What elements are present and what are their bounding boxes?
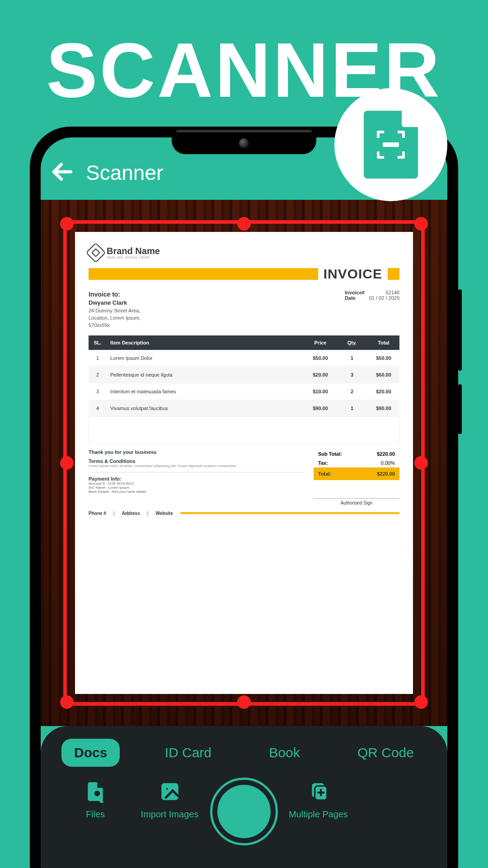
cell-qty: 1 (336, 350, 368, 367)
cell-desc: Lorem Ipsum Dolor (107, 350, 305, 367)
appbar-title: Scanner (86, 160, 163, 185)
footer-address: Address (122, 511, 140, 516)
invoice-to-label: Invoice to: (89, 290, 141, 299)
client-name: Dwyane Clark (89, 299, 141, 307)
cell-desc: Vivamus volutpat faucibus (107, 400, 305, 416)
cell-price: $90.00 (305, 400, 336, 416)
cell-total: $50.00 (368, 350, 399, 367)
mode-book[interactable]: Book (256, 739, 312, 767)
files-label: Files (86, 809, 105, 820)
footer-website: Website (156, 511, 173, 516)
cell-qty: 1 (336, 400, 368, 416)
total-value: $220.00 (377, 471, 395, 476)
col-sl: SL. (89, 335, 107, 350)
crop-handle-br[interactable] (414, 695, 428, 709)
addr-2: Location, Lorem Ipsum, (89, 315, 141, 322)
phone-notch (172, 132, 316, 154)
col-desc: Item Description (107, 335, 305, 350)
cell-total: $20.00 (368, 383, 399, 400)
file-icon (84, 780, 107, 805)
phone-frame: Scanner Brand Name TAGLINE SPACE HE (30, 127, 458, 868)
subtotal-label: Sub Total: (318, 451, 342, 457)
brand-name: Brand Name (107, 246, 160, 255)
cell-qty: 2 (336, 383, 368, 400)
files-button[interactable]: Files (61, 780, 129, 820)
cell-desc: Interdum et malesuada fames (107, 383, 305, 400)
col-qty: Qty. (336, 335, 368, 350)
mode-idcard[interactable]: ID Card (152, 739, 224, 767)
col-price: Price (305, 335, 336, 350)
table-row: 4Vivamus volutpat faucibus$90.001$90.00 (89, 400, 399, 416)
crop-frame[interactable]: Brand Name TAGLINE SPACE HERE INVOICE In… (63, 220, 425, 706)
footer-phone: Phone # (89, 511, 106, 516)
cell-sl: 1 (89, 350, 107, 367)
camera-viewport: Brand Name TAGLINE SPACE HERE INVOICE In… (41, 200, 447, 726)
invoice-no-label: Invoice# (345, 290, 365, 295)
crop-handle-bm[interactable] (237, 695, 251, 709)
cell-sl: 3 (89, 383, 107, 400)
mode-docs[interactable]: Docs (61, 739, 120, 767)
svg-point-2 (165, 787, 169, 791)
table-row: 1Lorem Ipsum Dolor$50.001$50.00 (89, 350, 399, 367)
cell-total: $90.00 (368, 400, 399, 416)
crop-handle-tr[interactable] (414, 217, 428, 231)
cell-price: $50.00 (305, 350, 336, 367)
total-label: Total: (318, 471, 331, 476)
tax-label: Tax: (318, 460, 328, 466)
addr-1: 24 Dummy Street Area, (89, 307, 141, 315)
scanned-document: Brand Name TAGLINE SPACE HERE INVOICE In… (75, 232, 413, 694)
crop-handle-mr[interactable] (414, 456, 428, 470)
payment-info-label: Payment Info: (89, 476, 305, 481)
cell-price: $10.00 (305, 383, 336, 400)
doc-title: INVOICE (318, 266, 388, 282)
subtotal-value: $220.00 (377, 451, 395, 457)
date-label: Date (345, 295, 356, 301)
multipage-label: Multiple Pages (289, 809, 348, 820)
capture-button[interactable] (210, 778, 278, 845)
table-row: 3Interdum et malesuada fames$10.002$20.0… (89, 383, 399, 400)
tax-value: 0.00% (381, 460, 395, 466)
app-badge (334, 88, 447, 201)
back-arrow-icon[interactable] (50, 159, 75, 186)
mode-qrcode[interactable]: QR Code (345, 739, 427, 767)
brand-tagline: TAGLINE SPACE HERE (107, 255, 160, 259)
auth-sign: Authorised Sign (314, 498, 399, 505)
crop-handle-ml[interactable] (60, 456, 74, 470)
document-scan-icon (364, 111, 418, 179)
app-screen: Scanner Brand Name TAGLINE SPACE HE (41, 137, 447, 868)
cell-sl: 4 (89, 400, 107, 416)
brand-logo-icon (85, 242, 106, 263)
cell-sl: 2 (89, 366, 107, 383)
thank-text: Thank you for your business (89, 449, 305, 455)
invoice-date: 01 / 02 / 2020 (369, 295, 399, 301)
bottom-panel: Docs ID Card Book QR Code Files Import I… (41, 726, 447, 868)
cell-qty: 3 (336, 366, 368, 383)
import-images-button[interactable]: Import Images (136, 780, 204, 820)
multi-page-icon (307, 780, 330, 805)
cell-total: $60.00 (368, 366, 399, 383)
terms-text: Lorem ipsum dolor sit amet, consectetur … (89, 464, 305, 468)
invoice-no: 52148 (385, 290, 399, 295)
svg-rect-1 (161, 783, 178, 800)
terms-label: Terms & Conditions (89, 458, 305, 464)
image-icon (159, 780, 181, 805)
mode-tabs: Docs ID Card Book QR Code (57, 739, 431, 767)
cell-price: $20.00 (305, 366, 336, 383)
import-label: Import Images (141, 809, 199, 820)
items-table: SL. Item Description Price Qty. Total 1L… (89, 335, 399, 417)
addr-3: 570xx59x (89, 322, 141, 329)
crop-handle-tl[interactable] (60, 217, 74, 231)
cell-desc: Pellentesque id neque ligula (107, 366, 305, 383)
col-total: Total (368, 335, 399, 350)
multiple-pages-button[interactable]: Multiple Pages (285, 780, 352, 820)
crop-handle-tm[interactable] (237, 217, 251, 231)
crop-handle-bl[interactable] (60, 695, 74, 709)
table-row: 2Pellentesque id neque ligula$20.003$60.… (89, 366, 399, 383)
